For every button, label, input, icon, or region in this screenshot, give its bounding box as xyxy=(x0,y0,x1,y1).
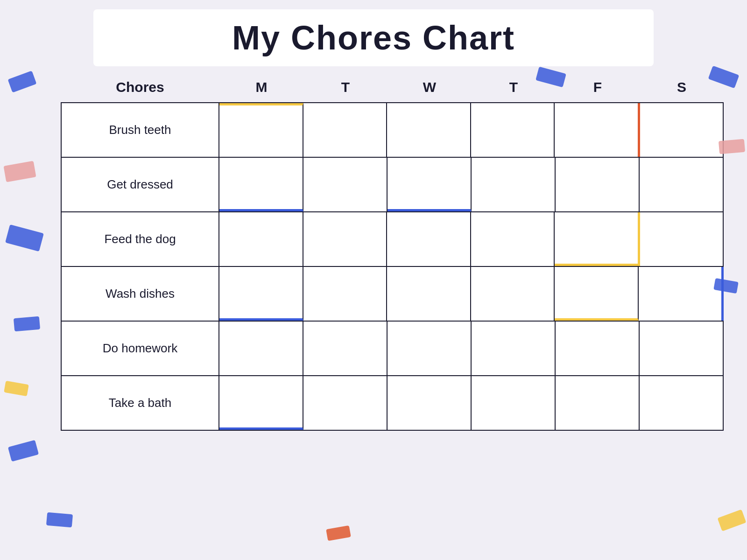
header-row: Chores M T W T F S xyxy=(61,72,724,102)
cell-2-tue[interactable] xyxy=(303,158,388,211)
header-day-fri: F xyxy=(556,72,640,102)
cell-1-mon[interactable] xyxy=(219,103,303,157)
cell-3-wed[interactable] xyxy=(387,212,471,266)
cell-4-thu[interactable] xyxy=(471,267,555,321)
chore-row-2: Get dressed xyxy=(61,157,724,211)
cell-5-tue[interactable] xyxy=(303,322,388,375)
cell-1-sat[interactable] xyxy=(640,103,724,157)
cell-2-wed[interactable] xyxy=(388,158,472,211)
chore-row-3: Feed the dog xyxy=(61,211,724,266)
cell-4-wed[interactable] xyxy=(387,267,471,321)
confetti-7 xyxy=(719,139,745,154)
cell-1-thu[interactable] xyxy=(471,103,555,157)
cell-1-tue[interactable] xyxy=(303,103,388,157)
page-title: My Chores Chart xyxy=(232,19,515,56)
title-banner: My Chores Chart xyxy=(93,9,654,66)
header-day-wed: W xyxy=(388,72,472,102)
cell-1-fri[interactable] xyxy=(555,103,640,157)
cell-2-mon[interactable] xyxy=(219,158,303,211)
cell-6-wed[interactable] xyxy=(388,376,472,430)
cell-5-mon[interactable] xyxy=(219,322,303,375)
cell-5-sat[interactable] xyxy=(640,322,724,375)
chore-row-5: Do homework xyxy=(61,321,724,375)
cell-4-sat[interactable] xyxy=(639,267,724,321)
confetti-4 xyxy=(4,381,29,396)
chore-row-6: Take a bath xyxy=(61,375,724,431)
chore-row-4: Wash dishes xyxy=(61,266,724,321)
confetti-0 xyxy=(8,70,37,92)
cell-5-fri[interactable] xyxy=(556,322,640,375)
chores-chart: Chores M T W T F S Brush teeth Get dress… xyxy=(61,72,724,546)
chore-row-1: Brush teeth xyxy=(61,102,724,157)
confetti-10 xyxy=(46,512,73,528)
confetti-2 xyxy=(5,224,44,252)
cell-2-fri[interactable] xyxy=(556,158,640,211)
cell-2-thu[interactable] xyxy=(472,158,556,211)
cell-3-tue[interactable] xyxy=(303,212,388,266)
header-day-tue: T xyxy=(303,72,388,102)
confetti-5 xyxy=(8,440,39,462)
confetti-1 xyxy=(3,161,36,182)
cell-3-thu[interactable] xyxy=(471,212,555,266)
header-day-mon: M xyxy=(219,72,303,102)
header-chores-label: Chores xyxy=(61,72,219,102)
chore-label-4: Wash dishes xyxy=(61,267,219,321)
chore-label-2: Get dressed xyxy=(61,158,219,211)
cell-3-sat[interactable] xyxy=(640,212,724,266)
cell-4-fri[interactable] xyxy=(555,267,639,321)
cell-3-fri[interactable] xyxy=(555,212,640,266)
cell-2-sat[interactable] xyxy=(640,158,724,211)
confetti-3 xyxy=(14,316,40,332)
cell-6-mon[interactable] xyxy=(219,376,303,430)
cell-4-tue[interactable] xyxy=(303,267,388,321)
cell-4-mon[interactable] xyxy=(219,267,303,321)
chore-label-6: Take a bath xyxy=(61,376,219,430)
chore-label-3: Feed the dog xyxy=(61,212,219,266)
cell-6-thu[interactable] xyxy=(472,376,556,430)
cell-6-sat[interactable] xyxy=(640,376,724,430)
cell-6-tue[interactable] xyxy=(303,376,388,430)
chore-label-5: Do homework xyxy=(61,322,219,375)
cell-3-mon[interactable] xyxy=(219,212,303,266)
cell-6-fri[interactable] xyxy=(556,376,640,430)
cell-1-wed[interactable] xyxy=(387,103,471,157)
cell-5-thu[interactable] xyxy=(472,322,556,375)
cell-5-wed[interactable] xyxy=(388,322,472,375)
chore-label-1: Brush teeth xyxy=(61,103,219,157)
